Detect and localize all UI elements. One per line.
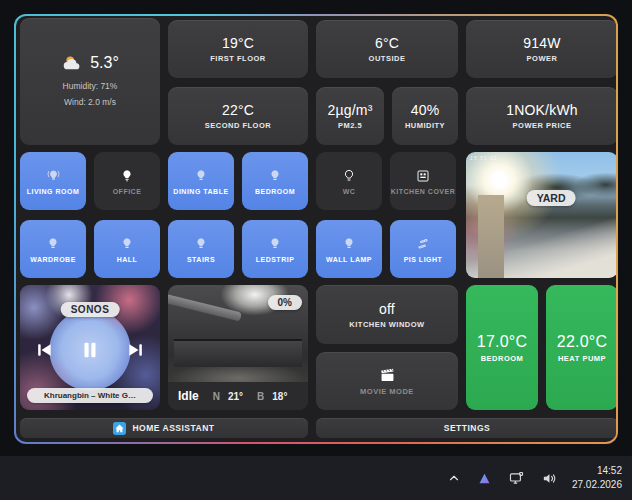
cover-icon xyxy=(415,168,431,184)
light-label: HALL xyxy=(117,256,138,263)
weather-current: 5.3° xyxy=(61,54,119,72)
media-controls xyxy=(20,339,160,361)
bulb-icon xyxy=(119,236,135,252)
light-dining-table[interactable]: DINING TABLE xyxy=(168,152,234,210)
light-wall-lamp[interactable]: WALL LAMP xyxy=(316,220,382,278)
partly-cloudy-icon xyxy=(61,54,83,72)
bed-temp: 18° xyxy=(272,391,287,402)
bulb-icon xyxy=(193,236,209,252)
yard-pillar xyxy=(478,195,504,278)
light-label: STAIRS xyxy=(187,256,215,263)
cover-kitchen[interactable]: KITCHEN COVER xyxy=(390,152,456,210)
bed-label: B xyxy=(257,391,264,402)
bulb-icon xyxy=(341,236,357,252)
camera-name-badge: YARD xyxy=(527,190,576,206)
light-stairs[interactable]: STAIRS xyxy=(168,220,234,278)
bulb-icon xyxy=(267,168,283,184)
sensor-pm25[interactable]: 2µg/m³ PM2.5 xyxy=(316,87,384,145)
home-assistant-button-label: HOME ASSISTANT xyxy=(132,423,214,433)
settings-button[interactable]: SETTINGS xyxy=(316,418,616,438)
camera-yard[interactable]: 15:51:02 YARD xyxy=(466,152,616,278)
sensor-value: 6°C xyxy=(375,35,399,51)
light-office[interactable]: OFFICE xyxy=(94,152,160,210)
light-label: PIS LIGHT xyxy=(404,256,443,263)
sensor-humidity[interactable]: 40% HUMIDITY xyxy=(392,87,458,145)
tray-app-icon[interactable] xyxy=(475,469,494,488)
weather-card[interactable]: 5.3° Humidity: 71% Wind: 2.0 m/s xyxy=(20,18,160,145)
sensor-label: HUMIDITY xyxy=(405,121,445,130)
led-strip-icon xyxy=(414,236,432,252)
settings-button-label: SETTINGS xyxy=(444,423,491,433)
bulb-icon xyxy=(119,168,135,184)
sensor-value: 914W xyxy=(523,35,560,51)
tray-expand-button[interactable] xyxy=(445,469,463,487)
scene-movie-mode[interactable]: MOVIE MODE xyxy=(316,352,458,410)
home-assistant-button[interactable]: HOME ASSISTANT xyxy=(20,418,308,438)
sensor-label: OUTSIDE xyxy=(369,54,406,63)
printer-arm xyxy=(168,293,242,321)
previous-track-button[interactable] xyxy=(34,340,54,360)
weather-humidity: Humidity: 71% xyxy=(63,80,118,93)
sensor-first-floor[interactable]: 19°C FIRST FLOOR xyxy=(168,20,308,78)
climate-temp: 17.0°C xyxy=(477,333,527,351)
light-wardrobe[interactable]: WARDROBE xyxy=(20,220,86,278)
camera-3d-printer[interactable]: 0% Idle N 21° B 18° xyxy=(168,285,308,410)
now-playing-track: Khruangbin – White G… xyxy=(27,388,153,403)
light-label: LEDSTRIP xyxy=(256,256,295,263)
volume-icon[interactable] xyxy=(539,468,560,489)
taskbar-clock[interactable]: 14:52 27.02.2026 xyxy=(572,464,622,493)
printer-status: Idle xyxy=(178,389,199,403)
light-label: DINING TABLE xyxy=(173,188,228,195)
climate-heat-pump[interactable]: 22.0°C HEAT PUMP xyxy=(546,285,616,410)
light-ledstrip[interactable]: LEDSTRIP xyxy=(242,220,308,278)
light-living-room[interactable]: LIVING ROOM xyxy=(20,152,86,210)
printer-shelf xyxy=(174,341,302,367)
light-label: BEDROOM xyxy=(255,188,295,195)
sensor-value: 40% xyxy=(411,102,440,118)
nozzle-label: N xyxy=(213,391,220,402)
scene-label: MOVIE MODE xyxy=(360,387,414,396)
light-label: OFFICE xyxy=(113,188,142,195)
light-hall[interactable]: HALL xyxy=(94,220,160,278)
light-label: LIVING ROOM xyxy=(27,188,80,195)
sensor-outside[interactable]: 6°C OUTSIDE xyxy=(316,20,458,78)
dashboard-window: 5.3° Humidity: 71% Wind: 2.0 m/s 19°C FI… xyxy=(14,14,618,444)
nozzle-temp: 21° xyxy=(228,391,243,402)
lights-group-icon xyxy=(45,167,62,184)
climate-label: BEDROOM xyxy=(481,354,524,363)
light-bedroom[interactable]: BEDROOM xyxy=(242,152,308,210)
pause-button[interactable] xyxy=(79,339,101,361)
climate-bedroom[interactable]: 17.0°C BEDROOM xyxy=(466,285,538,410)
clock-time: 14:52 xyxy=(572,464,622,479)
sensor-label: POWER xyxy=(527,54,558,63)
camera-timestamp: 15:51:02 xyxy=(470,155,497,161)
sensor-second-floor[interactable]: 22°C SECOND FLOOR xyxy=(168,87,308,145)
taskbar: 14:52 27.02.2026 xyxy=(0,455,632,500)
sensor-value: 22°C xyxy=(222,102,254,118)
media-player-name-badge: SONOS xyxy=(61,302,120,317)
light-label: WALL LAMP xyxy=(326,256,372,263)
media-player-sonos[interactable]: SONOS Khruangbin – White G… xyxy=(20,285,160,410)
network-status-icon[interactable] xyxy=(506,468,527,489)
home-assistant-dashboard: 5.3° Humidity: 71% Wind: 2.0 m/s 19°C FI… xyxy=(16,16,616,442)
bulb-icon xyxy=(45,236,61,252)
clapperboard-icon xyxy=(379,367,396,384)
switch-state: off xyxy=(379,301,395,317)
climate-temp: 22.0°C xyxy=(557,333,607,351)
sensor-power-price[interactable]: 1NOK/kWh POWER PRICE xyxy=(466,87,616,145)
switch-kitchen-window[interactable]: off KITCHEN WINDOW xyxy=(316,285,458,344)
sensor-value: 19°C xyxy=(222,35,254,51)
sensor-label: SECOND FLOOR xyxy=(205,121,271,130)
next-track-button[interactable] xyxy=(126,340,146,360)
print-progress-badge: 0% xyxy=(268,295,302,310)
home-assistant-icon xyxy=(113,422,126,435)
sensor-label: POWER PRICE xyxy=(513,121,572,130)
bulb-outline-icon xyxy=(341,168,357,184)
light-wc[interactable]: WC xyxy=(316,152,382,210)
chevron-up-icon xyxy=(447,471,461,485)
sensor-power[interactable]: 914W POWER xyxy=(466,20,616,78)
bulb-icon xyxy=(193,168,209,184)
switch-label: KITCHEN WINDOW xyxy=(349,320,424,329)
cover-label: KITCHEN COVER xyxy=(391,188,455,195)
light-pis-light[interactable]: PIS LIGHT xyxy=(390,220,456,278)
